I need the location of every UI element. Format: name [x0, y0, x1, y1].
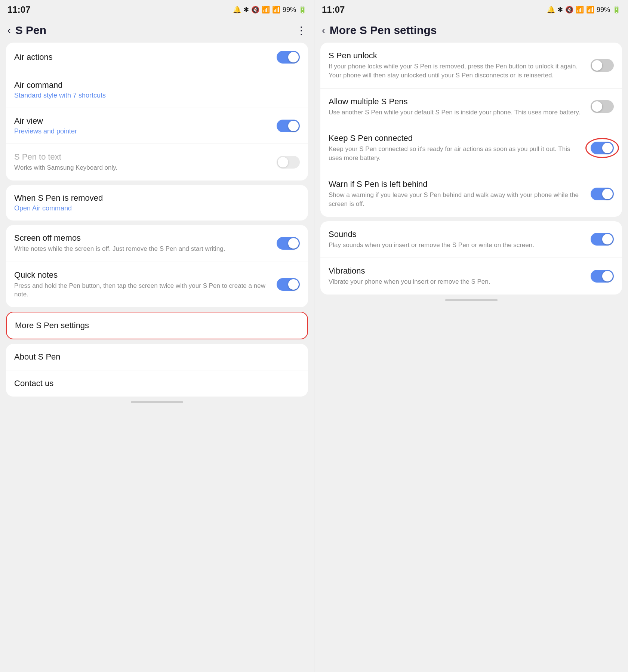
about-spen-title: About S Pen: [14, 352, 294, 362]
warn-left-behind-title: Warn if S Pen is left behind: [329, 179, 585, 189]
right-battery-icon: 🔋: [612, 6, 621, 14]
air-view-title: Air view: [14, 116, 271, 126]
contact-us-title: Contact us: [14, 379, 294, 388]
sounds-title: Sounds: [329, 229, 585, 239]
spen-to-text-desc: Works with Samsung Keyboard only.: [14, 163, 271, 172]
right-group2-card: Sounds Play sounds when you insert or re…: [320, 221, 622, 295]
spen-to-text-item[interactable]: S Pen to text Works with Samsung Keyboar…: [6, 144, 308, 181]
screen-off-memos-desc: Write notes while the screen is off. Jus…: [14, 244, 271, 253]
right-content: S Pen unlock If your phone locks while y…: [314, 43, 628, 672]
sounds-item[interactable]: Sounds Play sounds when you insert or re…: [320, 221, 622, 258]
air-view-toggle[interactable]: [277, 120, 300, 132]
keep-connected-title: Keep S Pen connected: [329, 133, 585, 143]
right-time: 11:07: [322, 4, 345, 15]
quick-notes-desc: Press and hold the Pen button, then tap …: [14, 281, 271, 299]
right-page-title: More S Pen settings: [330, 24, 437, 37]
air-command-item[interactable]: Air command Standard style with 7 shortc…: [6, 72, 308, 108]
left-page-title: S Pen: [15, 24, 46, 37]
when-removed-item[interactable]: When S Pen is removed Open Air command: [6, 185, 308, 221]
left-time: 11:07: [7, 4, 30, 15]
warn-left-behind-desc: Show a warning if you leave your S Pen b…: [329, 191, 585, 209]
warn-left-behind-item[interactable]: Warn if S Pen is left behind Show a warn…: [320, 171, 622, 217]
allow-multiple-toggle[interactable]: [591, 100, 614, 113]
signal-icon: 📶: [272, 6, 280, 14]
right-battery: 99%: [597, 6, 610, 14]
left-back-button[interactable]: ‹: [7, 25, 11, 36]
contact-us-item[interactable]: Contact us: [6, 370, 308, 397]
bluetooth-icon: ✱: [243, 6, 249, 14]
left-nav-left: ‹ S Pen: [7, 24, 46, 37]
left-screen: 11:07 🔔 ✱ 🔇 📶 📶 99% 🔋 ‹ S Pen ⋮ Air acti…: [0, 0, 314, 672]
more-spen-settings-title: More S Pen settings: [15, 321, 89, 330]
right-top-bar: ‹ More S Pen settings: [314, 18, 628, 43]
warn-left-behind-toggle[interactable]: [591, 188, 614, 200]
air-command-subtitle: Standard style with 7 shortcuts: [14, 92, 294, 99]
right-status-icons: 🔔 ✱ 🔇 📶 📶 99% 🔋: [547, 6, 621, 14]
left-menu-button[interactable]: ⋮: [296, 24, 307, 37]
keep-connected-desc: Keep your S Pen connected so it's ready …: [329, 145, 585, 163]
left-status-icons: 🔔 ✱ 🔇 📶 📶 99% 🔋: [233, 6, 307, 14]
when-removed-title: When S Pen is removed: [14, 193, 294, 203]
screen-off-memos-item[interactable]: Screen off memos Write notes while the s…: [6, 225, 308, 262]
allow-multiple-desc: Use another S Pen while your default S P…: [329, 108, 585, 117]
spen-to-text-toggle[interactable]: [277, 156, 300, 169]
more-spen-settings-item[interactable]: More S Pen settings: [6, 312, 308, 339]
right-screen: 11:07 🔔 ✱ 🔇 📶 📶 99% 🔋 ‹ More S Pen setti…: [314, 0, 628, 672]
sounds-desc: Play sounds when you insert or remove th…: [329, 241, 585, 250]
lower-settings-card: Screen off memos Write notes while the s…: [6, 225, 308, 307]
air-actions-toggle[interactable]: [277, 51, 300, 64]
right-alarm-icon: 🔔: [547, 6, 555, 14]
vibrations-title: Vibrations: [329, 266, 585, 276]
about-spen-item[interactable]: About S Pen: [6, 344, 308, 370]
screen-off-memos-title: Screen off memos: [14, 233, 271, 243]
vibrations-item[interactable]: Vibrations Vibrate your phone when you i…: [320, 258, 622, 295]
spen-unlock-title: S Pen unlock: [329, 51, 585, 61]
air-actions-title: Air actions: [14, 52, 271, 62]
right-wifi-icon: 📶: [576, 6, 584, 14]
screen-off-memos-toggle[interactable]: [277, 237, 300, 250]
right-group1-card: S Pen unlock If your phone locks while y…: [320, 43, 622, 217]
allow-multiple-item[interactable]: Allow multiple S Pens Use another S Pen …: [320, 89, 622, 126]
quick-notes-item[interactable]: Quick notes Press and hold the Pen butto…: [6, 262, 308, 308]
alarm-icon: 🔔: [233, 6, 241, 14]
when-removed-card: When S Pen is removed Open Air command: [6, 185, 308, 221]
right-bluetooth-icon: ✱: [557, 6, 563, 14]
battery-icon: 🔋: [298, 6, 307, 14]
right-nav-left: ‹ More S Pen settings: [322, 24, 437, 37]
keep-connected-item[interactable]: Keep S Pen connected Keep your S Pen con…: [320, 125, 622, 171]
right-mute-icon: 🔇: [565, 6, 573, 14]
vibrations-desc: Vibrate your phone when you insert or re…: [329, 277, 585, 286]
quick-notes-toggle[interactable]: [277, 278, 300, 291]
left-content: Air actions Air command Standard style w…: [0, 43, 314, 672]
about-card: About S Pen Contact us: [6, 344, 308, 397]
left-top-bar: ‹ S Pen ⋮: [0, 18, 314, 43]
vibrations-toggle[interactable]: [591, 270, 614, 283]
right-signal-icon: 📶: [586, 6, 594, 14]
air-command-title: Air command: [14, 80, 294, 90]
wifi-icon: 📶: [262, 6, 270, 14]
left-battery: 99%: [283, 6, 296, 14]
right-status-bar: 11:07 🔔 ✱ 🔇 📶 📶 99% 🔋: [314, 0, 628, 18]
air-view-item[interactable]: Air view Previews and pointer: [6, 108, 308, 144]
air-view-subtitle: Previews and pointer: [14, 127, 271, 135]
spen-unlock-toggle[interactable]: [591, 59, 614, 72]
mute-icon: 🔇: [251, 6, 259, 14]
top-settings-card: Air actions Air command Standard style w…: [6, 43, 308, 181]
allow-multiple-title: Allow multiple S Pens: [329, 97, 585, 107]
spen-unlock-item[interactable]: S Pen unlock If your phone locks while y…: [320, 43, 622, 89]
left-nav-handle: [131, 401, 183, 403]
spen-unlock-desc: If your phone locks while your S Pen is …: [329, 62, 585, 80]
keep-connected-toggle[interactable]: [591, 142, 614, 154]
quick-notes-title: Quick notes: [14, 270, 271, 280]
right-nav-handle: [445, 299, 498, 301]
sounds-toggle[interactable]: [591, 233, 614, 246]
left-status-bar: 11:07 🔔 ✱ 🔇 📶 📶 99% 🔋: [0, 0, 314, 18]
when-removed-subtitle: Open Air command: [14, 204, 294, 212]
right-back-button[interactable]: ‹: [322, 25, 325, 36]
air-actions-item[interactable]: Air actions: [6, 43, 308, 72]
spen-to-text-title: S Pen to text: [14, 152, 271, 162]
